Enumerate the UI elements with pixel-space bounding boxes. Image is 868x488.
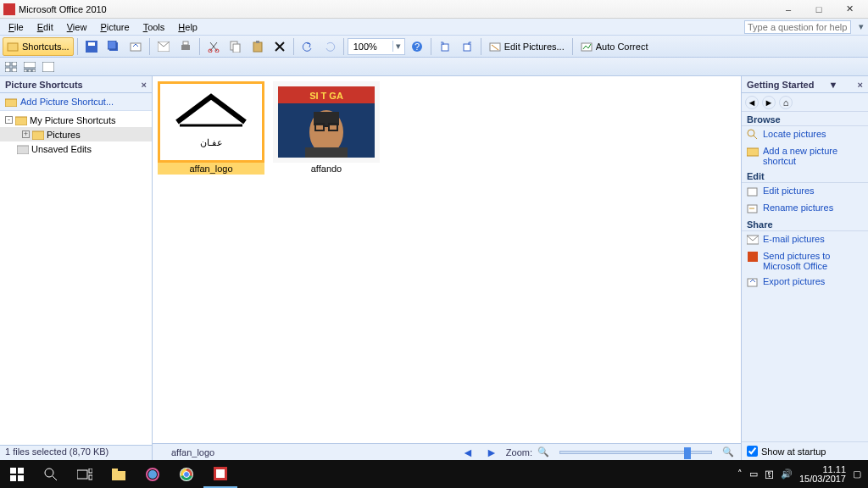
minimize-button[interactable]: – — [773, 1, 804, 18]
help-search-input[interactable] — [744, 20, 851, 34]
export-button[interactable] — [125, 37, 146, 56]
thumbnail-item[interactable]: عفـان affan_logo — [158, 81, 264, 175]
zoom-out-icon[interactable]: 🔍 — [537, 446, 549, 458]
undo-button[interactable] — [298, 37, 318, 56]
help-dropdown-icon[interactable]: ▾ — [856, 21, 866, 32]
search-button[interactable] — [34, 460, 68, 488]
svg-point-9 — [209, 49, 212, 53]
thumbnail-view-button[interactable] — [3, 59, 19, 75]
tray-battery-icon[interactable]: ▭ — [749, 469, 758, 480]
svg-rect-14 — [256, 41, 259, 43]
svg-point-40 — [309, 110, 343, 154]
delete-button[interactable] — [270, 37, 290, 56]
shortcuts-button[interactable]: Shortcuts... — [3, 37, 74, 56]
menu-edit[interactable]: Edit — [31, 20, 60, 34]
zoom-in-icon[interactable]: 🔍 — [722, 446, 734, 458]
taskbar-app-picture-manager[interactable] — [203, 460, 237, 488]
viewbar — [0, 58, 868, 76]
toolbar-separator — [199, 38, 200, 55]
taskbar-app-chrome[interactable] — [170, 460, 203, 488]
menu-view[interactable]: View — [60, 20, 94, 34]
maximize-button[interactable]: □ — [804, 1, 834, 18]
pane-close-icon[interactable]: × — [858, 80, 863, 90]
edit-pictures-icon — [489, 41, 501, 53]
edit-pictures-button[interactable]: Edit Pictures... — [485, 37, 569, 56]
menu-file[interactable]: File — [2, 20, 31, 34]
forward-icon[interactable]: ► — [762, 96, 776, 109]
menu-picture[interactable]: Picture — [93, 20, 136, 34]
save-all-button[interactable] — [103, 37, 124, 56]
system-tray: ˄ ▭ ⚿ 🔊 11.11 15/03/2017 ▢ — [731, 465, 868, 484]
copy-button[interactable] — [225, 37, 246, 56]
show-at-startup[interactable]: Show at startup — [742, 441, 868, 460]
help-button[interactable]: ? — [407, 37, 427, 56]
tray-chevron-icon[interactable]: ˄ — [737, 469, 743, 480]
tree-node-pictures[interactable]: + Pictures — [0, 127, 152, 141]
locate-pictures-link[interactable]: Locate pictures — [742, 126, 868, 143]
pane-menu-icon[interactable]: ▼ — [829, 80, 838, 90]
svg-point-68 — [180, 468, 193, 481]
edit-pictures-link[interactable]: Edit pictures — [742, 183, 868, 200]
svg-rect-27 — [28, 69, 31, 72]
tray-notifications-icon[interactable]: ▢ — [853, 469, 861, 480]
zoom-dropdown-icon[interactable]: ▾ — [392, 41, 404, 52]
tree-node-unsaved[interactable]: Unsaved Edits — [0, 141, 152, 156]
cut-button[interactable] — [203, 37, 224, 56]
zoom-slider[interactable] — [559, 451, 712, 454]
photos-icon — [146, 468, 159, 481]
expand-icon[interactable]: + — [22, 130, 30, 138]
close-button[interactable]: ✕ — [834, 1, 865, 18]
svg-rect-23 — [5, 68, 10, 72]
svg-point-66 — [148, 470, 157, 479]
redo-button[interactable] — [320, 37, 340, 56]
tray-volume-icon[interactable]: 🔊 — [781, 469, 793, 480]
edit-pictures-label: Edit Pictures... — [504, 42, 565, 52]
menu-help[interactable]: Help — [171, 20, 204, 34]
paste-button[interactable] — [248, 37, 268, 56]
rotate-right-button[interactable] — [457, 37, 477, 56]
tree-node-root[interactable]: - My Picture Shortcuts — [0, 113, 152, 127]
zoom-combo[interactable]: 100% ▾ — [348, 38, 405, 55]
tree-node-label: Unsaved Edits — [31, 144, 92, 154]
show-at-startup-checkbox[interactable] — [747, 446, 758, 457]
zoom-slider-knob[interactable] — [684, 447, 691, 459]
taskbar-app-photos[interactable] — [136, 460, 170, 488]
svg-rect-19 — [490, 43, 500, 51]
single-view-button[interactable] — [40, 59, 57, 75]
thumbnail-item[interactable]: SI T GA affando — [273, 81, 380, 175]
prev-button[interactable]: ◄ — [459, 446, 477, 459]
save-button[interactable] — [81, 37, 102, 56]
mail-button[interactable] — [153, 37, 174, 56]
svg-point-46 — [748, 130, 754, 136]
send-to-office-link[interactable]: Send pictures to Microsoft Office — [742, 248, 868, 274]
rightpane-title: Getting Started ▼ × — [742, 76, 868, 93]
rotate-left-button[interactable] — [435, 37, 455, 56]
filmstrip-view-button[interactable] — [21, 59, 38, 75]
add-shortcut-link[interactable]: Add a new picture shortcut — [742, 143, 868, 169]
add-picture-shortcut-link[interactable]: Add Picture Shortcut... — [0, 93, 152, 111]
next-button[interactable]: ► — [482, 446, 501, 459]
rename-pictures-link[interactable]: Rename pictures — [742, 200, 868, 217]
tray-clock[interactable]: 11.11 15/03/2017 — [799, 465, 846, 484]
home-icon[interactable]: ⌂ — [779, 96, 793, 109]
auto-correct-button[interactable]: Auto Correct — [576, 37, 653, 56]
cut-icon — [208, 41, 220, 53]
search-icon — [44, 468, 58, 481]
print-button[interactable] — [175, 37, 196, 56]
back-icon[interactable]: ◄ — [745, 96, 759, 109]
sidebar-close-icon[interactable]: × — [142, 80, 147, 90]
folder-add-icon — [747, 146, 759, 158]
expand-icon[interactable]: - — [5, 116, 13, 124]
titlebar: Microsoft Office 2010 – □ ✕ — [0, 0, 868, 19]
menu-tools[interactable]: Tools — [136, 20, 172, 34]
start-button[interactable] — [0, 460, 34, 488]
email-pictures-link[interactable]: E-mail pictures — [742, 231, 868, 248]
tray-wifi-icon[interactable]: ⚿ — [765, 469, 774, 480]
export-pictures-link[interactable]: Export pictures — [742, 274, 868, 291]
link-label: Edit pictures — [763, 186, 815, 196]
sidebar-title-text: Picture Shortcuts — [5, 80, 83, 90]
taskbar-app-explorer[interactable] — [102, 460, 136, 488]
svg-rect-8 — [183, 42, 188, 45]
taskview-button[interactable] — [68, 460, 102, 488]
svg-rect-43 — [329, 124, 337, 130]
